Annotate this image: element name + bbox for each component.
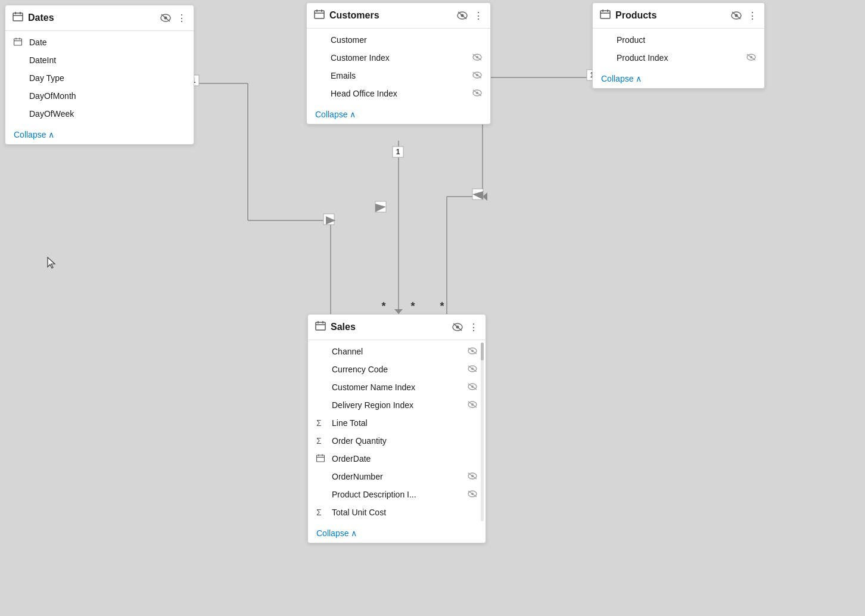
svg-rect-30 xyxy=(13,13,23,21)
products-table-title: Products xyxy=(615,10,726,21)
field-label: Customer xyxy=(331,35,482,45)
hidden-icon xyxy=(468,347,477,356)
customers-more-icon[interactable]: ⋮ xyxy=(474,10,483,21)
table-row: OrderDate xyxy=(308,450,486,468)
collapse-label: Collapse xyxy=(316,528,349,538)
svg-marker-14 xyxy=(394,309,403,314)
table-row: Delivery Region Index xyxy=(308,396,486,414)
scrollbar-track[interactable] xyxy=(481,343,484,521)
customers-table-body: Customer Customer Index Emails xyxy=(307,29,490,105)
customers-table-icon xyxy=(314,9,325,22)
products-table: Products ⋮ Product Product Index xyxy=(592,2,765,89)
dates-visibility-icon[interactable] xyxy=(160,14,171,22)
customers-table: Customers ⋮ Customer Customer Index xyxy=(306,2,491,125)
svg-rect-26 xyxy=(375,201,386,212)
field-label: Delivery Region Index xyxy=(332,400,463,410)
svg-marker-22 xyxy=(483,192,487,201)
dates-table-icon xyxy=(13,11,23,24)
table-row: DateInt xyxy=(5,51,194,69)
svg-text:*: * xyxy=(440,300,444,312)
field-label: Product xyxy=(617,35,756,45)
table-row: OrderNumber xyxy=(308,468,486,486)
field-label: Currency Code xyxy=(332,365,463,374)
svg-text:*: * xyxy=(381,300,385,312)
sales-visibility-icon[interactable] xyxy=(452,323,463,331)
hidden-icon xyxy=(472,89,482,98)
products-collapse-button[interactable]: Collapse ∧ xyxy=(593,69,764,88)
customers-collapse-button[interactable]: Collapse ∧ xyxy=(307,105,490,124)
scrollbar-thumb[interactable] xyxy=(481,343,484,360)
field-label: DateInt xyxy=(29,55,185,65)
field-label: OrderNumber xyxy=(332,472,463,481)
calendar-icon xyxy=(316,454,327,464)
table-row: Product Description I... xyxy=(308,486,486,503)
products-table-icon xyxy=(600,9,611,22)
field-label: Product Description I... xyxy=(332,490,463,499)
products-visibility-icon[interactable] xyxy=(731,11,742,20)
dates-header-actions: ⋮ xyxy=(160,13,186,24)
field-label: OrderDate xyxy=(332,454,477,463)
hidden-icon xyxy=(746,54,756,63)
svg-rect-28 xyxy=(472,189,483,200)
sales-collapse-button[interactable]: Collapse ∧ xyxy=(308,524,486,543)
table-row: Product xyxy=(593,31,764,49)
collapse-icon: ∧ xyxy=(48,130,54,139)
svg-rect-24 xyxy=(323,214,334,225)
products-table-header: Products ⋮ xyxy=(593,3,764,29)
collapse-label: Collapse xyxy=(315,110,347,119)
customers-table-title: Customers xyxy=(329,10,452,21)
table-row: Σ Line Total xyxy=(308,414,486,432)
field-label: Order Quantity xyxy=(332,436,477,446)
table-row: Product Index xyxy=(593,49,764,67)
dates-table-title: Dates xyxy=(28,13,155,23)
field-label: Line Total xyxy=(332,418,477,428)
field-label: Customer Index xyxy=(331,53,468,63)
hidden-icon xyxy=(468,383,477,392)
svg-rect-57 xyxy=(600,11,610,18)
hidden-icon xyxy=(472,71,482,80)
field-label: Day Type xyxy=(29,73,185,83)
field-label: Total Unit Cost xyxy=(332,508,477,517)
customers-header-actions: ⋮ xyxy=(457,10,483,21)
table-row: Channel xyxy=(308,343,486,360)
field-label: DayOfMonth xyxy=(29,91,185,101)
field-label: Customer Name Index xyxy=(332,382,463,392)
collapse-label: Collapse xyxy=(14,130,46,139)
svg-rect-86 xyxy=(317,455,325,462)
dates-more-icon[interactable]: ⋮ xyxy=(177,13,186,24)
dates-collapse-button[interactable]: Collapse ∧ xyxy=(5,125,194,144)
svg-rect-37 xyxy=(14,39,22,45)
table-row: DayOfMonth xyxy=(5,87,194,105)
hidden-icon xyxy=(468,365,477,374)
table-row: Customer Index xyxy=(307,49,490,67)
field-label: Channel xyxy=(332,347,463,356)
svg-marker-27 xyxy=(375,204,386,212)
collapse-icon: ∧ xyxy=(351,528,357,538)
field-label: DayOfWeek xyxy=(29,109,185,119)
products-header-actions: ⋮ xyxy=(731,10,757,21)
svg-marker-29 xyxy=(472,191,483,200)
svg-marker-25 xyxy=(326,216,335,225)
sales-more-icon[interactable]: ⋮ xyxy=(469,322,478,333)
hidden-icon xyxy=(468,490,477,499)
svg-rect-41 xyxy=(315,11,324,18)
collapse-icon: ∧ xyxy=(350,110,356,119)
table-row: Currency Code xyxy=(308,360,486,378)
sales-header-actions: ⋮ xyxy=(452,322,478,333)
field-label: Head Office Index xyxy=(331,89,468,98)
table-row: Σ Total Unit Cost xyxy=(308,503,486,521)
hidden-icon xyxy=(468,472,477,481)
table-row: Head Office Index xyxy=(307,85,490,102)
sigma-icon: Σ xyxy=(316,436,327,446)
sigma-icon: Σ xyxy=(316,418,327,428)
calendar-icon xyxy=(14,38,24,48)
svg-rect-12 xyxy=(393,147,403,157)
table-row: Σ Order Quantity xyxy=(308,432,486,450)
dates-table-header: Dates ⋮ xyxy=(5,5,194,31)
sales-table-icon xyxy=(315,321,326,334)
field-label: Emails xyxy=(331,71,468,80)
sales-table-body: Channel Currency Code Cu xyxy=(308,340,486,524)
customers-visibility-icon[interactable] xyxy=(457,11,468,20)
products-more-icon[interactable]: ⋮ xyxy=(748,10,757,21)
svg-text:1: 1 xyxy=(396,148,400,156)
